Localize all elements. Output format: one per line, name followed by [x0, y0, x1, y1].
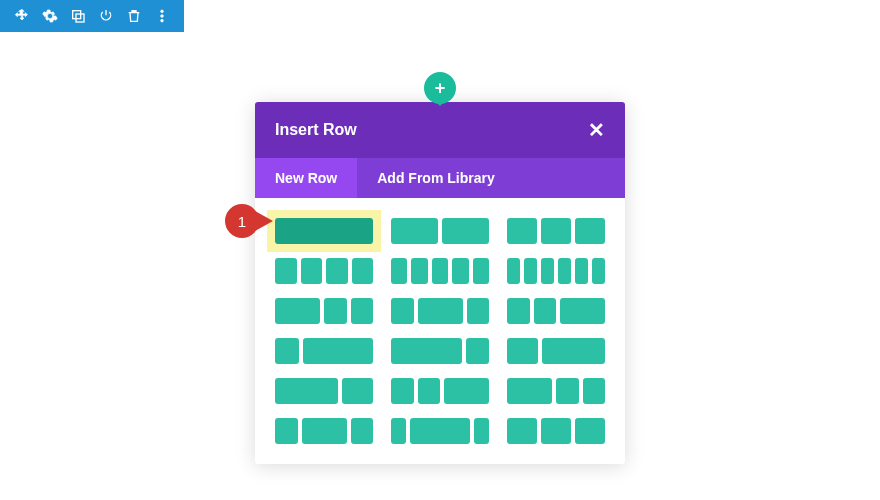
layout-column	[507, 338, 538, 364]
section-toolbar	[0, 0, 184, 32]
tab-add-from-library[interactable]: Add From Library	[357, 158, 514, 198]
layout-option-7[interactable]	[391, 298, 489, 324]
annotation-number: 1	[225, 204, 259, 238]
layout-column	[391, 338, 462, 364]
layout-option-15[interactable]	[275, 418, 373, 444]
layout-column	[391, 378, 414, 404]
layout-column	[410, 418, 470, 444]
layout-column	[301, 258, 323, 284]
annotation-callout: 1	[225, 204, 273, 238]
layout-column	[442, 218, 489, 244]
move-icon[interactable]	[12, 6, 32, 26]
modal-header: Insert Row ✕	[255, 102, 625, 158]
layout-column	[541, 218, 571, 244]
layout-column	[507, 298, 530, 324]
layout-column	[534, 298, 557, 324]
layout-column	[507, 218, 537, 244]
layout-column	[275, 418, 298, 444]
layout-option-1[interactable]	[391, 218, 489, 244]
insert-row-modal: Insert Row ✕ New Row Add From Library	[255, 102, 625, 464]
close-icon[interactable]: ✕	[588, 118, 605, 142]
modal-title: Insert Row	[275, 121, 357, 139]
layout-column	[444, 378, 489, 404]
layout-column	[558, 258, 571, 284]
layout-column	[575, 418, 605, 444]
layout-column	[326, 258, 348, 284]
layout-column	[275, 338, 299, 364]
layout-option-10[interactable]	[391, 338, 489, 364]
layout-column	[575, 258, 588, 284]
layout-option-16[interactable]	[391, 418, 489, 444]
layout-column	[507, 418, 537, 444]
layout-column	[507, 258, 520, 284]
layout-option-11[interactable]	[507, 338, 605, 364]
layout-column	[467, 298, 490, 324]
layout-option-9[interactable]	[275, 338, 373, 364]
svg-point-3	[161, 15, 164, 18]
layout-column	[275, 378, 338, 404]
layout-column	[452, 258, 468, 284]
power-icon[interactable]	[96, 6, 116, 26]
layout-column	[592, 258, 605, 284]
delete-icon[interactable]	[124, 6, 144, 26]
layout-option-4[interactable]	[391, 258, 489, 284]
layout-option-17[interactable]	[507, 418, 605, 444]
svg-point-4	[161, 19, 164, 22]
layout-column	[303, 338, 374, 364]
layout-column	[342, 378, 373, 404]
layout-column	[473, 258, 489, 284]
layout-option-3[interactable]	[275, 258, 373, 284]
layout-column	[541, 418, 571, 444]
layout-column	[411, 258, 427, 284]
layout-column	[556, 378, 579, 404]
layout-column	[391, 298, 414, 324]
layout-option-12[interactable]	[275, 378, 373, 404]
layout-column	[418, 298, 463, 324]
layout-column	[474, 418, 489, 444]
annotation-tail	[255, 211, 273, 231]
layout-option-6[interactable]	[275, 298, 373, 324]
layout-option-8[interactable]	[507, 298, 605, 324]
layout-column	[275, 258, 297, 284]
layout-column	[391, 258, 407, 284]
svg-point-2	[161, 10, 164, 13]
duplicate-icon[interactable]	[68, 6, 88, 26]
layout-column	[275, 218, 373, 244]
layout-column	[352, 258, 374, 284]
layout-column	[418, 378, 441, 404]
layout-column	[391, 218, 438, 244]
layout-option-13[interactable]	[391, 378, 489, 404]
layout-option-5[interactable]	[507, 258, 605, 284]
layout-option-2[interactable]	[507, 218, 605, 244]
layout-column	[560, 298, 605, 324]
layout-column	[583, 378, 606, 404]
add-pointer	[432, 98, 448, 106]
layout-column	[466, 338, 490, 364]
layout-option-0[interactable]	[275, 218, 373, 244]
settings-icon[interactable]	[40, 6, 60, 26]
layout-column	[324, 298, 347, 324]
more-icon[interactable]	[152, 6, 172, 26]
layout-column	[275, 298, 320, 324]
layout-column	[351, 418, 374, 444]
layout-option-14[interactable]	[507, 378, 605, 404]
layout-column	[575, 218, 605, 244]
layout-column	[542, 338, 605, 364]
layout-column	[351, 298, 374, 324]
layout-column	[302, 418, 347, 444]
layout-column	[391, 418, 406, 444]
layout-column	[524, 258, 537, 284]
layout-column	[432, 258, 448, 284]
layout-grid	[255, 198, 625, 464]
tab-new-row[interactable]: New Row	[255, 158, 357, 198]
layout-column	[541, 258, 554, 284]
modal-tabs: New Row Add From Library	[255, 158, 625, 198]
layout-column	[507, 378, 552, 404]
